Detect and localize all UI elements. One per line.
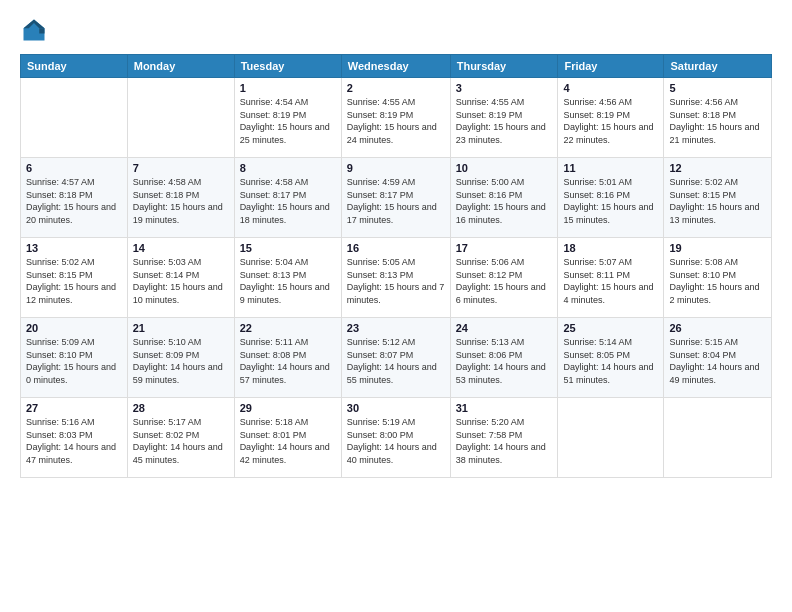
day-info: Sunrise: 4:59 AMSunset: 8:17 PMDaylight:… bbox=[347, 176, 445, 226]
day-info: Sunrise: 5:06 AMSunset: 8:12 PMDaylight:… bbox=[456, 256, 553, 306]
calendar-cell: 6Sunrise: 4:57 AMSunset: 8:18 PMDaylight… bbox=[21, 158, 128, 238]
svg-marker-2 bbox=[39, 28, 44, 33]
day-info: Sunrise: 5:09 AMSunset: 8:10 PMDaylight:… bbox=[26, 336, 122, 386]
day-info: Sunrise: 5:20 AMSunset: 7:58 PMDaylight:… bbox=[456, 416, 553, 466]
day-number: 26 bbox=[669, 322, 766, 334]
calendar-cell: 23Sunrise: 5:12 AMSunset: 8:07 PMDayligh… bbox=[341, 318, 450, 398]
day-number: 4 bbox=[563, 82, 658, 94]
weekday-header: Saturday bbox=[664, 55, 772, 78]
weekday-header: Sunday bbox=[21, 55, 128, 78]
day-number: 17 bbox=[456, 242, 553, 254]
day-info: Sunrise: 5:19 AMSunset: 8:00 PMDaylight:… bbox=[347, 416, 445, 466]
day-number: 11 bbox=[563, 162, 658, 174]
page-header bbox=[20, 16, 772, 44]
calendar-cell: 21Sunrise: 5:10 AMSunset: 8:09 PMDayligh… bbox=[127, 318, 234, 398]
day-info: Sunrise: 4:58 AMSunset: 8:17 PMDaylight:… bbox=[240, 176, 336, 226]
calendar-cell: 18Sunrise: 5:07 AMSunset: 8:11 PMDayligh… bbox=[558, 238, 664, 318]
day-number: 10 bbox=[456, 162, 553, 174]
calendar-cell: 19Sunrise: 5:08 AMSunset: 8:10 PMDayligh… bbox=[664, 238, 772, 318]
day-number: 22 bbox=[240, 322, 336, 334]
calendar-cell: 16Sunrise: 5:05 AMSunset: 8:13 PMDayligh… bbox=[341, 238, 450, 318]
calendar-cell: 12Sunrise: 5:02 AMSunset: 8:15 PMDayligh… bbox=[664, 158, 772, 238]
day-info: Sunrise: 4:54 AMSunset: 8:19 PMDaylight:… bbox=[240, 96, 336, 146]
calendar-week-row: 27Sunrise: 5:16 AMSunset: 8:03 PMDayligh… bbox=[21, 398, 772, 478]
day-info: Sunrise: 5:15 AMSunset: 8:04 PMDaylight:… bbox=[669, 336, 766, 386]
day-number: 14 bbox=[133, 242, 229, 254]
day-info: Sunrise: 5:07 AMSunset: 8:11 PMDaylight:… bbox=[563, 256, 658, 306]
calendar-cell: 9Sunrise: 4:59 AMSunset: 8:17 PMDaylight… bbox=[341, 158, 450, 238]
calendar-cell: 24Sunrise: 5:13 AMSunset: 8:06 PMDayligh… bbox=[450, 318, 558, 398]
calendar-week-row: 20Sunrise: 5:09 AMSunset: 8:10 PMDayligh… bbox=[21, 318, 772, 398]
day-number: 23 bbox=[347, 322, 445, 334]
calendar-cell: 31Sunrise: 5:20 AMSunset: 7:58 PMDayligh… bbox=[450, 398, 558, 478]
calendar-cell: 10Sunrise: 5:00 AMSunset: 8:16 PMDayligh… bbox=[450, 158, 558, 238]
day-info: Sunrise: 5:03 AMSunset: 8:14 PMDaylight:… bbox=[133, 256, 229, 306]
day-number: 27 bbox=[26, 402, 122, 414]
day-info: Sunrise: 5:14 AMSunset: 8:05 PMDaylight:… bbox=[563, 336, 658, 386]
day-info: Sunrise: 4:56 AMSunset: 8:19 PMDaylight:… bbox=[563, 96, 658, 146]
day-info: Sunrise: 4:55 AMSunset: 8:19 PMDaylight:… bbox=[456, 96, 553, 146]
day-number: 31 bbox=[456, 402, 553, 414]
calendar-cell: 15Sunrise: 5:04 AMSunset: 8:13 PMDayligh… bbox=[234, 238, 341, 318]
day-number: 29 bbox=[240, 402, 336, 414]
day-number: 13 bbox=[26, 242, 122, 254]
weekday-header: Tuesday bbox=[234, 55, 341, 78]
day-info: Sunrise: 4:55 AMSunset: 8:19 PMDaylight:… bbox=[347, 96, 445, 146]
day-info: Sunrise: 5:10 AMSunset: 8:09 PMDaylight:… bbox=[133, 336, 229, 386]
day-info: Sunrise: 4:57 AMSunset: 8:18 PMDaylight:… bbox=[26, 176, 122, 226]
day-info: Sunrise: 5:13 AMSunset: 8:06 PMDaylight:… bbox=[456, 336, 553, 386]
day-number: 3 bbox=[456, 82, 553, 94]
calendar-cell: 14Sunrise: 5:03 AMSunset: 8:14 PMDayligh… bbox=[127, 238, 234, 318]
calendar-cell: 29Sunrise: 5:18 AMSunset: 8:01 PMDayligh… bbox=[234, 398, 341, 478]
calendar-cell: 28Sunrise: 5:17 AMSunset: 8:02 PMDayligh… bbox=[127, 398, 234, 478]
day-number: 1 bbox=[240, 82, 336, 94]
day-number: 20 bbox=[26, 322, 122, 334]
weekday-header: Monday bbox=[127, 55, 234, 78]
day-number: 7 bbox=[133, 162, 229, 174]
calendar-cell: 27Sunrise: 5:16 AMSunset: 8:03 PMDayligh… bbox=[21, 398, 128, 478]
calendar-cell: 1Sunrise: 4:54 AMSunset: 8:19 PMDaylight… bbox=[234, 78, 341, 158]
day-number: 19 bbox=[669, 242, 766, 254]
day-number: 2 bbox=[347, 82, 445, 94]
day-number: 24 bbox=[456, 322, 553, 334]
calendar-cell: 25Sunrise: 5:14 AMSunset: 8:05 PMDayligh… bbox=[558, 318, 664, 398]
day-info: Sunrise: 5:01 AMSunset: 8:16 PMDaylight:… bbox=[563, 176, 658, 226]
calendar-cell: 2Sunrise: 4:55 AMSunset: 8:19 PMDaylight… bbox=[341, 78, 450, 158]
day-number: 5 bbox=[669, 82, 766, 94]
day-number: 16 bbox=[347, 242, 445, 254]
weekday-header: Friday bbox=[558, 55, 664, 78]
weekday-header: Thursday bbox=[450, 55, 558, 78]
day-number: 6 bbox=[26, 162, 122, 174]
calendar-cell bbox=[664, 398, 772, 478]
day-number: 12 bbox=[669, 162, 766, 174]
calendar-cell: 8Sunrise: 4:58 AMSunset: 8:17 PMDaylight… bbox=[234, 158, 341, 238]
day-info: Sunrise: 5:00 AMSunset: 8:16 PMDaylight:… bbox=[456, 176, 553, 226]
day-info: Sunrise: 5:18 AMSunset: 8:01 PMDaylight:… bbox=[240, 416, 336, 466]
day-number: 8 bbox=[240, 162, 336, 174]
calendar-cell: 26Sunrise: 5:15 AMSunset: 8:04 PMDayligh… bbox=[664, 318, 772, 398]
calendar-cell: 7Sunrise: 4:58 AMSunset: 8:18 PMDaylight… bbox=[127, 158, 234, 238]
calendar-cell: 5Sunrise: 4:56 AMSunset: 8:18 PMDaylight… bbox=[664, 78, 772, 158]
day-info: Sunrise: 5:05 AMSunset: 8:13 PMDaylight:… bbox=[347, 256, 445, 306]
calendar-cell: 30Sunrise: 5:19 AMSunset: 8:00 PMDayligh… bbox=[341, 398, 450, 478]
day-info: Sunrise: 4:56 AMSunset: 8:18 PMDaylight:… bbox=[669, 96, 766, 146]
day-number: 28 bbox=[133, 402, 229, 414]
day-info: Sunrise: 5:04 AMSunset: 8:13 PMDaylight:… bbox=[240, 256, 336, 306]
calendar-cell: 4Sunrise: 4:56 AMSunset: 8:19 PMDaylight… bbox=[558, 78, 664, 158]
day-number: 18 bbox=[563, 242, 658, 254]
calendar-week-row: 6Sunrise: 4:57 AMSunset: 8:18 PMDaylight… bbox=[21, 158, 772, 238]
calendar-cell bbox=[558, 398, 664, 478]
day-info: Sunrise: 5:17 AMSunset: 8:02 PMDaylight:… bbox=[133, 416, 229, 466]
day-number: 9 bbox=[347, 162, 445, 174]
calendar-cell: 22Sunrise: 5:11 AMSunset: 8:08 PMDayligh… bbox=[234, 318, 341, 398]
day-info: Sunrise: 4:58 AMSunset: 8:18 PMDaylight:… bbox=[133, 176, 229, 226]
day-info: Sunrise: 5:11 AMSunset: 8:08 PMDaylight:… bbox=[240, 336, 336, 386]
day-info: Sunrise: 5:02 AMSunset: 8:15 PMDaylight:… bbox=[669, 176, 766, 226]
day-number: 15 bbox=[240, 242, 336, 254]
day-number: 30 bbox=[347, 402, 445, 414]
logo bbox=[20, 16, 52, 44]
day-info: Sunrise: 5:02 AMSunset: 8:15 PMDaylight:… bbox=[26, 256, 122, 306]
calendar-cell: 13Sunrise: 5:02 AMSunset: 8:15 PMDayligh… bbox=[21, 238, 128, 318]
calendar-cell bbox=[21, 78, 128, 158]
weekday-header-row: SundayMondayTuesdayWednesdayThursdayFrid… bbox=[21, 55, 772, 78]
